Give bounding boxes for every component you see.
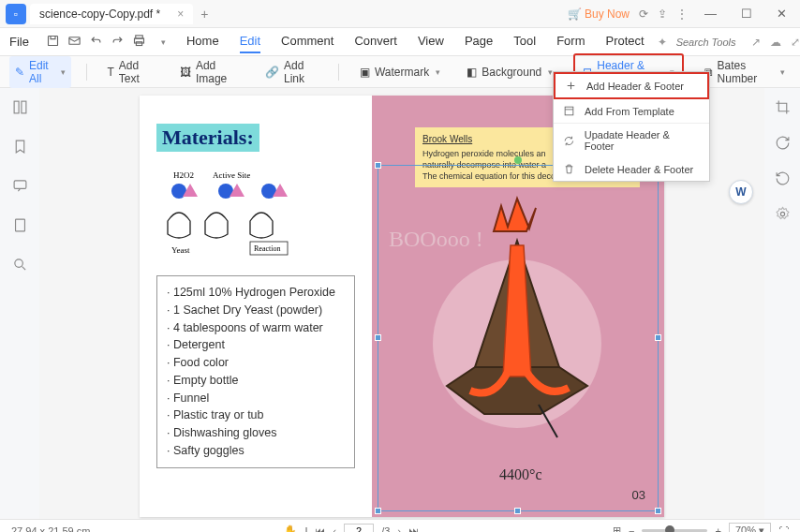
svg-rect-0: [48, 36, 57, 45]
active-site-label: Active Site: [213, 170, 250, 180]
image-icon: 🖼: [180, 66, 191, 79]
sync-icon[interactable]: ⟳: [639, 7, 648, 21]
prev-page-icon[interactable]: ‹: [333, 525, 336, 533]
hand-tool-icon[interactable]: ✋: [284, 525, 297, 532]
dd-label: Upadate Header & Footer: [585, 129, 700, 152]
chevron-down-icon: ▾: [436, 67, 440, 77]
zoom-in-icon[interactable]: +: [715, 525, 720, 533]
close-window-button[interactable]: ✕: [769, 3, 794, 24]
search-panel-icon[interactable]: [12, 257, 28, 275]
cloud-icon[interactable]: ☁: [770, 36, 781, 49]
svg-rect-6: [21, 101, 25, 113]
resize-handle-sw[interactable]: [375, 508, 381, 514]
close-tab-icon[interactable]: ×: [177, 7, 184, 21]
resize-handle-se[interactable]: [655, 508, 661, 514]
maximize-button[interactable]: ☐: [733, 3, 760, 24]
print-icon[interactable]: [132, 34, 146, 51]
settings-icon[interactable]: [775, 206, 791, 225]
tab-home[interactable]: Home: [186, 30, 219, 53]
fullscreen-icon[interactable]: ⛶: [778, 525, 789, 533]
word-export-badge[interactable]: W: [729, 180, 753, 204]
dd-add-header-footer[interactable]: Add Header & Footer: [554, 72, 709, 99]
mail-icon[interactable]: [67, 34, 81, 51]
tab-view[interactable]: View: [418, 30, 444, 53]
undo-icon[interactable]: [89, 34, 103, 51]
add-text-button[interactable]: T Add Text: [101, 56, 158, 88]
buy-now-label: Buy Now: [585, 7, 630, 21]
watermark-button[interactable]: ▣ Watermark ▾: [354, 63, 446, 81]
last-page-icon[interactable]: ⏭: [408, 525, 419, 533]
list-item: Funnel: [167, 390, 345, 407]
crop-icon[interactable]: [775, 99, 791, 118]
share-icon[interactable]: ⇪: [658, 7, 667, 21]
rotate-handle[interactable]: [514, 156, 522, 164]
svg-rect-5: [14, 101, 19, 113]
save-icon[interactable]: [46, 34, 60, 51]
chevron-down-icon[interactable]: ▾: [161, 37, 166, 47]
zoom-value[interactable]: 70% ▾: [729, 523, 771, 532]
dd-delete-header-footer[interactable]: Delete Header & Footer: [554, 157, 709, 181]
main-tabs: Home Edit Comment Convert View Page Tool…: [186, 30, 644, 53]
list-item: 1 Sachet Dry Yeast (powder): [167, 302, 345, 319]
list-item: Empty bottle: [167, 372, 345, 390]
kebab-menu-icon[interactable]: ⋮: [676, 7, 688, 21]
link-icon: 🔗: [265, 66, 279, 79]
edit-all-button[interactable]: ✎ Edit All ▾: [9, 56, 71, 88]
tab-form[interactable]: Form: [556, 30, 585, 53]
list-item: Plastic tray or tub: [167, 406, 345, 424]
svg-rect-8: [15, 219, 24, 231]
add-image-button[interactable]: 🖼 Add Image: [174, 56, 244, 88]
tab-convert[interactable]: Convert: [354, 30, 397, 53]
fit-width-icon[interactable]: ⊞: [613, 525, 621, 532]
watermark-icon: ▣: [360, 66, 370, 79]
first-page-icon[interactable]: ⏮: [315, 525, 325, 533]
expand-icon[interactable]: ⤢: [791, 36, 800, 49]
add-link-button[interactable]: 🔗 Add Link: [259, 56, 323, 88]
tab-tool[interactable]: Tool: [513, 30, 536, 53]
open-external-icon[interactable]: ↗: [751, 36, 761, 49]
document-tab[interactable]: science-copy-Copy.pdf * ×: [30, 4, 193, 24]
search-tools-input[interactable]: [676, 37, 742, 48]
resize-handle-nw[interactable]: [375, 162, 381, 169]
page-number: 03: [632, 488, 645, 502]
add-link-label: Add Link: [284, 59, 318, 85]
attachment-icon[interactable]: [12, 217, 28, 236]
chevron-down-icon: ▾: [780, 67, 785, 77]
dd-add-from-template[interactable]: Add From Template: [554, 99, 709, 123]
add-image-label: Add Image: [196, 59, 239, 85]
dd-label: Add From Template: [585, 106, 674, 117]
resize-handle-s[interactable]: [514, 508, 521, 514]
rotate-right-icon[interactable]: [775, 135, 791, 154]
comment-panel-icon[interactable]: [12, 178, 28, 197]
header-footer-dropdown: Add Header & Footer Add From Template Up…: [553, 71, 710, 182]
zoom-thumb[interactable]: [665, 525, 674, 532]
list-item: 125ml 10% Hydrogen Peroxide: [167, 284, 345, 302]
resize-handle-w[interactable]: [375, 334, 381, 341]
rotate-left-icon[interactable]: [775, 170, 791, 189]
resize-handle-e[interactable]: [655, 334, 661, 341]
list-item: 4 tablespoons of warm water: [167, 319, 345, 337]
dd-update-header-footer[interactable]: Upadate Header & Footer: [554, 124, 709, 157]
tab-protect[interactable]: Protect: [605, 30, 644, 53]
bookmark-icon[interactable]: [12, 139, 28, 157]
file-menu[interactable]: File: [9, 35, 29, 49]
zoom-out-icon[interactable]: −: [629, 525, 634, 533]
tab-edit[interactable]: Edit: [240, 30, 260, 53]
redo-icon[interactable]: [111, 34, 125, 51]
minimize-button[interactable]: —: [697, 3, 724, 24]
select-tool-icon[interactable]: I: [304, 525, 307, 533]
wand-icon[interactable]: ✦: [658, 36, 667, 49]
tab-page[interactable]: Page: [465, 30, 493, 53]
background-button[interactable]: ◧ Background ▾: [461, 63, 558, 81]
thumbnails-icon[interactable]: [12, 99, 28, 118]
list-item: Dishwashing gloves: [167, 424, 345, 442]
next-page-icon[interactable]: ›: [397, 525, 401, 533]
bates-number-button[interactable]: ⧉ Bates Number ▾: [699, 56, 791, 88]
svg-rect-7: [14, 181, 26, 189]
svg-rect-4: [136, 41, 141, 45]
buy-now-link[interactable]: 🛒 Buy Now: [568, 7, 630, 21]
tab-comment[interactable]: Comment: [281, 30, 333, 53]
page-number-input[interactable]: [344, 524, 374, 533]
new-tab-button[interactable]: +: [200, 7, 208, 22]
divider: [338, 64, 339, 81]
